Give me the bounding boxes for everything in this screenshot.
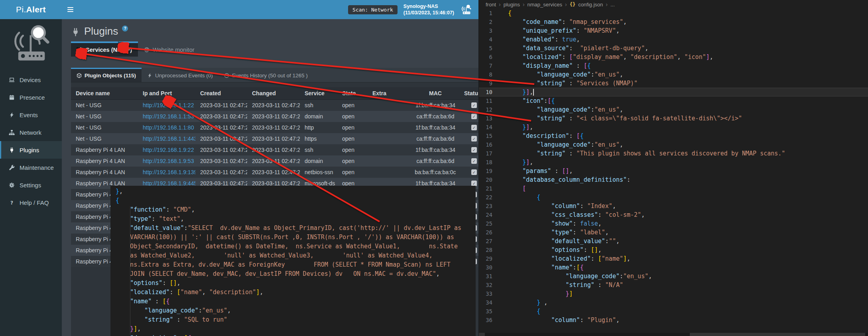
tab-label: Website monitor [153, 47, 195, 53]
breadcrumb-[interactable]: ... [610, 2, 615, 8]
cell-state: open [337, 147, 368, 153]
tab-label: Events History (50 out of 1265 ) [232, 73, 308, 79]
scrollbar-thumb[interactable] [690, 333, 865, 336]
sidebar-item-devices[interactable]: Devices [0, 71, 62, 88]
sidebar-item-help-faq[interactable]: ?Help / FAQ [0, 194, 62, 211]
table-row: Raspberry Pi 4 LANhttp://192.168.1.9:139… [71, 167, 478, 178]
breadcrumb-separator: › [523, 1, 525, 8]
device-url-link[interactable]: http://192.168.1.1:53 [143, 113, 194, 120]
panel-tab-plugin-objects-115[interactable]: Plugin Objects (115) [71, 68, 142, 82]
cell-device-name: Raspberry Pi 4 LAN [71, 158, 138, 164]
hamburger-menu-icon[interactable] [62, 0, 79, 19]
line-number: 31 [479, 272, 492, 281]
cell-ip-and-port: http://192.168.1.1:443 [138, 136, 195, 142]
status-checkbox[interactable]: ✓ [471, 169, 477, 175]
cell-state: open [337, 169, 368, 175]
sidebar-item-presence[interactable]: Presence [0, 88, 62, 106]
breadcrumb-config-json[interactable]: config.json [578, 2, 603, 8]
breadcrumb-front[interactable]: front [486, 2, 496, 8]
line-number: 29 [479, 254, 492, 263]
code-line: 30 "name":[{ [479, 263, 868, 272]
cell-status: ✓ [459, 169, 478, 175]
line-number: 2 [479, 18, 492, 26]
device-url-link[interactable]: http://192.168.1.9:22 [143, 147, 194, 153]
editor-code-area[interactable]: 1{2 "code_name": "nmap_services",3 "uniq… [479, 9, 868, 324]
cell-status: ✓ [459, 158, 478, 164]
tab-website-monitor[interactable]: Website monitor [138, 41, 201, 57]
column-header-extra[interactable]: Extra [368, 90, 411, 96]
panel-tab-unprocessed-events-0[interactable]: Unprocessed Events (0) [142, 68, 218, 82]
code-line: 20 "database_column_definitions": [479, 175, 868, 184]
panel-tab-events-history-50-out-of-1265[interactable]: Events History (50 out of 1265 ) [218, 68, 313, 82]
cell-device-name: Raspberry Pi 4 LAN [71, 147, 138, 153]
line-number: 15 [479, 132, 492, 140]
line-number: 19 [479, 167, 492, 175]
cell-state: open [337, 102, 368, 108]
line-number: 35 [479, 307, 492, 316]
code-line: 2 "code_name": "nmap_services", [479, 18, 868, 26]
cell-device-name: Net - USG [71, 136, 138, 142]
cell-status: ✓ [459, 102, 478, 108]
device-url-link[interactable]: http://192.168.1.9:139 [143, 169, 195, 175]
status-checkbox[interactable]: ✓ [471, 102, 477, 108]
line-number: 6 [479, 53, 492, 61]
status-checkbox[interactable]: ✓ [471, 114, 477, 119]
cell-device-name: Net - USG [71, 102, 138, 108]
tab-services-nmap[interactable]: Services (NMAP) [71, 41, 138, 57]
column-header-service[interactable]: Service [300, 90, 337, 96]
cube-icon [77, 73, 82, 78]
status-checkbox[interactable]: ✓ [471, 147, 477, 153]
top-navbar: Pi.Alert Scan: Network Synology-NAS (11/… [0, 0, 478, 19]
text-cursor [533, 89, 534, 96]
sidebar-item-events[interactable]: Events [0, 106, 62, 124]
line-number: 28 [479, 246, 492, 254]
column-header-state[interactable]: State [337, 90, 368, 96]
cell-ip-and-port: http://192.168.1.1:80 [138, 124, 195, 131]
column-header-device-name[interactable]: Device name [71, 90, 138, 96]
breadcrumb-plugins[interactable]: plugins [504, 2, 520, 8]
indent-guide [130, 206, 130, 335]
line-number: 20 [479, 175, 492, 184]
overlay-code-line: "options": [], [116, 279, 476, 288]
status-checkbox[interactable]: ✓ [471, 136, 477, 141]
code-line: 9 "string" : "Services (NMAP)" [479, 79, 868, 88]
cell-changed: 2023-03-11 02:47:20 [247, 158, 300, 164]
status-checkbox[interactable]: ✓ [471, 125, 477, 130]
column-header-status[interactable]: Status [459, 90, 478, 96]
cell-service: https [300, 136, 337, 142]
overlay-code-line: }, [116, 187, 476, 196]
line-number: 17 [479, 149, 492, 158]
column-header-created[interactable]: Created [195, 90, 247, 96]
plug-icon [9, 147, 15, 153]
overlay-code-line: as Watched_Value2, 'null' as Watched_Val… [116, 251, 476, 260]
device-url-link[interactable]: http://192.168.1.1:80 [143, 124, 194, 131]
breadcrumb-nmap-services[interactable]: nmap_services [527, 2, 562, 8]
sidebar-item-plugins[interactable]: Plugins [0, 141, 62, 159]
line-number: 32 [479, 281, 492, 289]
status-checkbox[interactable]: ✓ [471, 181, 477, 186]
sidebar-item-network[interactable]: Network [0, 124, 62, 141]
cell-changed: 2023-03-11 02:47:20 [247, 113, 300, 120]
satellite-dish-icon [77, 47, 83, 53]
status-checkbox[interactable]: ✓ [471, 158, 477, 164]
sidebar-item-settings[interactable]: Settings [0, 176, 62, 194]
cell-service: ssh [300, 147, 337, 153]
device-url-link[interactable]: http://192.168.1.1:22 [143, 102, 194, 108]
sidebar-item-label: Maintenance [20, 164, 54, 171]
brand-logo[interactable]: Pi.Alert [0, 0, 62, 19]
plugin-tabs: Services (NMAP)Website monitor [71, 41, 478, 57]
code-line: 15 "description": [{ [479, 132, 868, 140]
column-header-mac[interactable]: MAC [411, 90, 459, 96]
tab-label: Unprocessed Events (0) [155, 73, 213, 79]
column-header-changed[interactable]: Changed [247, 90, 300, 96]
code-line: 8 "language_code":"en_us", [479, 70, 868, 79]
column-header-ip-and-port[interactable]: Ip and Port [138, 90, 195, 96]
line-number: 9 [479, 79, 492, 88]
device-url-link[interactable]: http://192.168.1.1:443 [143, 136, 195, 142]
line-number: 24 [479, 210, 492, 219]
device-url-link[interactable]: http://192.168.1.9:53 [143, 158, 194, 164]
editor-horizontal-scrollbar[interactable] [479, 333, 868, 336]
cell-service: domain [300, 158, 337, 164]
sidebar-item-maintenance[interactable]: Maintenance [0, 159, 62, 176]
help-badge[interactable]: ? [122, 26, 128, 31]
